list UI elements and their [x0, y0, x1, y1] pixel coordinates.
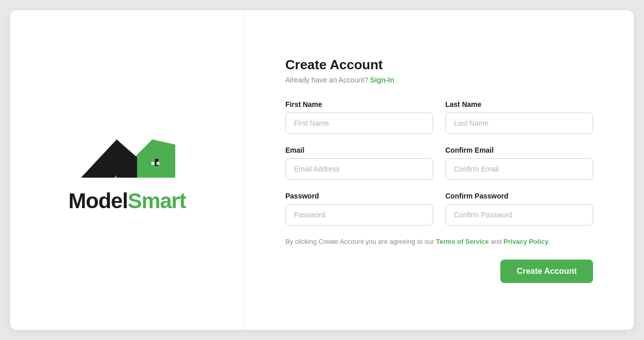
name-row: First Name Last Name — [285, 100, 593, 134]
confirm-email-label: Confirm Email — [445, 146, 593, 154]
password-group: Password — [285, 192, 433, 225]
password-row: Password Confirm Password — [285, 192, 593, 225]
form-title: Create Account — [285, 57, 593, 73]
logo-text-smart: Smart — [128, 189, 186, 213]
email-input[interactable] — [285, 158, 433, 180]
first-name-input[interactable] — [285, 112, 433, 134]
signin-link[interactable]: Sign-In — [370, 76, 394, 84]
terms-link[interactable]: Terms of Service — [436, 238, 489, 245]
confirm-email-group: Confirm Email — [445, 146, 593, 180]
terms-prefix: By clicking Create Account you are agree… — [285, 238, 436, 245]
email-group: Email — [285, 146, 433, 180]
privacy-link[interactable]: Privacy Policy — [503, 238, 548, 245]
first-name-label: First Name — [285, 100, 433, 108]
form-container: Create Account Already have an Account? … — [285, 57, 593, 283]
last-name-label: Last Name — [445, 100, 593, 108]
confirm-email-input[interactable] — [445, 158, 593, 180]
confirm-password-input[interactable] — [445, 204, 593, 225]
last-name-group: Last Name — [445, 100, 593, 134]
page-container: ModelSmart Create Account Already have a… — [10, 10, 634, 330]
subtitle-text: Already have an Account? — [285, 76, 368, 84]
last-name-input[interactable] — [445, 112, 593, 134]
confirm-password-group: Confirm Password — [445, 192, 593, 225]
right-panel: Create Account Already have an Account? … — [245, 10, 634, 330]
create-account-button[interactable]: Create Account — [500, 260, 593, 283]
logo-wordmark: ModelSmart — [68, 189, 185, 213]
logo-text-model: Model — [68, 189, 127, 213]
svg-rect-7 — [156, 162, 159, 165]
email-row: Email Confirm Email — [285, 146, 593, 180]
password-input[interactable] — [285, 204, 433, 225]
terms-middle: and — [489, 238, 503, 245]
confirm-password-label: Confirm Password — [445, 192, 593, 200]
svg-rect-6 — [151, 162, 154, 165]
left-panel: ModelSmart — [10, 10, 245, 330]
terms-suffix: . — [548, 238, 550, 245]
terms-text: By clicking Create Account you are agree… — [285, 238, 593, 245]
first-name-group: First Name — [285, 100, 433, 134]
svg-marker-2 — [117, 139, 137, 178]
password-label: Password — [285, 192, 433, 200]
form-subtitle: Already have an Account? Sign-In — [285, 76, 593, 84]
button-row: Create Account — [285, 260, 593, 283]
logo-container: ModelSmart — [68, 127, 185, 213]
email-label: Email — [285, 146, 433, 154]
logo-icon — [76, 127, 178, 188]
